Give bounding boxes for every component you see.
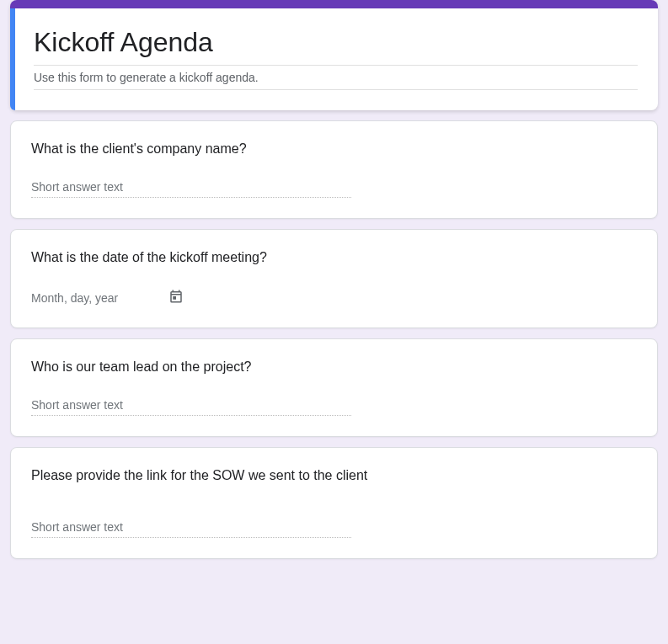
question-card-3: Who is our team lead on the project? Sho… — [10, 338, 658, 437]
date-input-row: Month, day, year — [31, 289, 637, 307]
question-title[interactable]: What is the date of the kickoff meeting? — [31, 250, 637, 265]
short-answer-input[interactable]: Short answer text — [31, 520, 351, 538]
form-container: Kickoff Agenda Use this form to generate… — [0, 0, 668, 579]
calendar-icon[interactable] — [168, 289, 184, 307]
question-card-2: What is the date of the kickoff meeting?… — [10, 229, 658, 328]
short-answer-input[interactable]: Short answer text — [31, 180, 351, 198]
form-description[interactable]: Use this form to generate a kickoff agen… — [34, 71, 638, 90]
question-title[interactable]: What is the client's company name? — [31, 141, 637, 157]
question-card-4: Please provide the link for the SOW we s… — [10, 447, 658, 559]
form-title[interactable]: Kickoff Agenda — [34, 27, 638, 66]
short-answer-input[interactable]: Short answer text — [31, 398, 351, 416]
question-card-1: What is the client's company name? Short… — [10, 120, 658, 219]
date-placeholder[interactable]: Month, day, year — [31, 291, 118, 305]
form-header-card: Kickoff Agenda Use this form to generate… — [10, 0, 658, 110]
question-title[interactable]: Who is our team lead on the project? — [31, 359, 637, 375]
question-title[interactable]: Please provide the link for the SOW we s… — [31, 468, 637, 483]
